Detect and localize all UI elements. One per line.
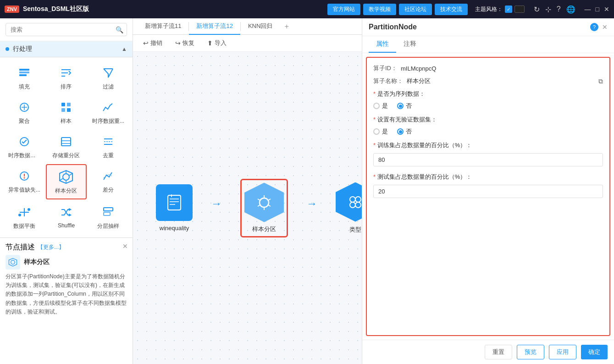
- preview-button[interactable]: 预览: [517, 345, 544, 359]
- node-filter[interactable]: 过滤: [88, 61, 129, 94]
- train-pct-input[interactable]: [373, 153, 603, 166]
- help-circle-icon[interactable]: ?: [590, 23, 598, 31]
- svg-rect-13: [67, 108, 71, 112]
- tab-flow11[interactable]: 新增算子流11: [138, 18, 188, 35]
- flow-node-type[interactable]: 类型: [336, 182, 362, 234]
- props-content: 算子ID： mILMcpnpcQ 算子名称： 样本分区 ⧉ * 是否为序列数据：…: [366, 57, 610, 336]
- serial-yes-circle: [373, 103, 380, 109]
- nav-exchange[interactable]: 技术交流: [435, 4, 468, 15]
- sidebar: 🔍 行处理 ▲ 填充 排序: [0, 18, 133, 364]
- node-fill[interactable]: 填充: [4, 61, 45, 94]
- node-sample[interactable]: 样本: [46, 95, 87, 129]
- node-desc-close-icon[interactable]: ✕: [122, 243, 128, 250]
- titlebar-actions: ↻ ⊹ ? 🌐: [534, 5, 575, 14]
- test-pct-input[interactable]: [373, 185, 603, 198]
- node-aggregate[interactable]: 聚合: [4, 95, 45, 129]
- tab-properties[interactable]: 属性: [369, 36, 396, 53]
- outlier-label: 异常值缺失...: [8, 186, 40, 194]
- svg-rect-2: [19, 74, 27, 76]
- tab-add-icon[interactable]: +: [280, 22, 293, 31]
- refresh-icon[interactable]: ↻: [534, 5, 540, 14]
- winequality-label: winequality: [160, 225, 189, 232]
- sample-label: 样本: [61, 117, 72, 125]
- category-title: 行处理: [13, 45, 122, 53]
- undo-label: 撤销: [150, 39, 162, 47]
- globe-icon[interactable]: 🌐: [566, 5, 575, 14]
- node-timeclean[interactable]: 时序数据清洗: [4, 130, 45, 163]
- aggregate-label: 聚合: [19, 117, 30, 125]
- algo-name-label: 算子名称：: [373, 77, 403, 85]
- import-button[interactable]: ⬆ 导入: [205, 38, 229, 49]
- node-balance[interactable]: 数据平衡: [4, 200, 45, 234]
- right-panel: PartitionNode ? ✕ 属性 注释 算子ID： mILMcpnpcQ…: [362, 18, 614, 364]
- node-desc-section-label: 节点描述: [6, 243, 35, 252]
- node-desc-more-link[interactable]: 【更多...】: [38, 243, 64, 251]
- validation-yes-radio[interactable]: 是: [373, 127, 388, 136]
- validation-label: * 设置有无验证数据集：: [373, 116, 603, 124]
- redo-button[interactable]: ↪ 恢复: [172, 38, 197, 49]
- search-input[interactable]: [6, 23, 127, 36]
- node-desc-title: 样本分区: [24, 258, 50, 266]
- serial-yes-radio[interactable]: 是: [373, 102, 388, 110]
- minimize-icon[interactable]: —: [585, 6, 591, 13]
- serial-no-radio[interactable]: 否: [397, 102, 412, 110]
- node-dedup[interactable]: 去重: [88, 130, 129, 163]
- node-diff[interactable]: 差分: [88, 164, 129, 199]
- flow-node-winequality[interactable]: winequality: [156, 184, 193, 232]
- maximize-icon[interactable]: □: [596, 6, 599, 13]
- reset-button[interactable]: 重置: [485, 345, 512, 359]
- apply-button[interactable]: 应用: [549, 345, 576, 359]
- help-icon[interactable]: ?: [557, 5, 561, 14]
- confirm-button[interactable]: 确定: [581, 345, 608, 359]
- shuffle-icon: [58, 204, 74, 221]
- theme-checkbox[interactable]: ✓: [505, 6, 512, 13]
- node-stratified[interactable]: 分层抽样: [88, 200, 129, 234]
- svg-point-23: [23, 177, 25, 179]
- svg-line-46: [258, 199, 260, 200]
- nav-video[interactable]: 教学视频: [363, 4, 396, 15]
- fill-icon: [16, 65, 33, 81]
- node-sort[interactable]: 排序: [46, 61, 87, 94]
- serial-no-circle: [397, 103, 404, 109]
- nav-official[interactable]: 官方网站: [327, 4, 360, 15]
- svg-rect-1: [19, 72, 29, 73]
- node-timeseries[interactable]: 时序数据重...: [88, 95, 129, 129]
- share-icon[interactable]: ⊹: [545, 5, 551, 14]
- node-desc-panel: ✕ 节点描述 【更多...】 样本分区 分区算子(PartitionNode)主…: [0, 237, 133, 321]
- search-icon: 🔍: [116, 26, 123, 33]
- diff-label: 差分: [103, 186, 114, 194]
- timeclean-label: 时序数据清洗: [8, 152, 40, 160]
- test-pct-label: * 测试集占总数据量的百分比（%）：: [373, 173, 603, 181]
- canvas-area[interactable]: winequality → 样本分区 →: [133, 52, 362, 364]
- right-panel-close-icon[interactable]: ✕: [602, 23, 608, 31]
- type-flow-label: 类型: [349, 226, 361, 234]
- aggregate-icon: [16, 99, 33, 116]
- svg-rect-10: [61, 103, 65, 106]
- tab-flow12[interactable]: 新增算子流12: [189, 18, 240, 35]
- sample-icon: [58, 99, 74, 116]
- node-memorysplit[interactable]: 存储重分区: [46, 130, 87, 163]
- category-header[interactable]: 行处理 ▲: [0, 41, 133, 57]
- tab-comments[interactable]: 注释: [396, 36, 424, 53]
- validation-no-radio[interactable]: 否: [397, 127, 412, 136]
- tab-knn[interactable]: KNN回归: [241, 18, 280, 35]
- import-icon: ⬆: [207, 39, 213, 47]
- node-shuffle[interactable]: Shuffle: [46, 200, 87, 234]
- flow-node-partition-wrapper[interactable]: 样本分区: [240, 179, 288, 237]
- svg-line-44: [258, 205, 260, 206]
- theme-dark-swatch[interactable]: [514, 6, 525, 13]
- svg-line-43: [268, 199, 271, 200]
- stratified-label: 分层抽样: [97, 222, 119, 230]
- copy-icon[interactable]: ⧉: [598, 77, 603, 85]
- redo-icon: ↪: [175, 39, 181, 47]
- diff-icon: [100, 168, 116, 184]
- undo-button[interactable]: ↩ 撤销: [140, 38, 165, 49]
- app-logo: ZNV: [5, 6, 19, 13]
- svg-line-27: [69, 174, 72, 176]
- close-icon[interactable]: ✕: [604, 6, 609, 13]
- algo-name-value: 样本分区: [407, 77, 431, 85]
- node-partition[interactable]: 样本分区: [46, 164, 87, 199]
- dedup-label: 去重: [103, 152, 114, 160]
- nav-forum[interactable]: 社区论坛: [399, 4, 432, 15]
- node-outlier[interactable]: 异常值缺失...: [4, 164, 45, 199]
